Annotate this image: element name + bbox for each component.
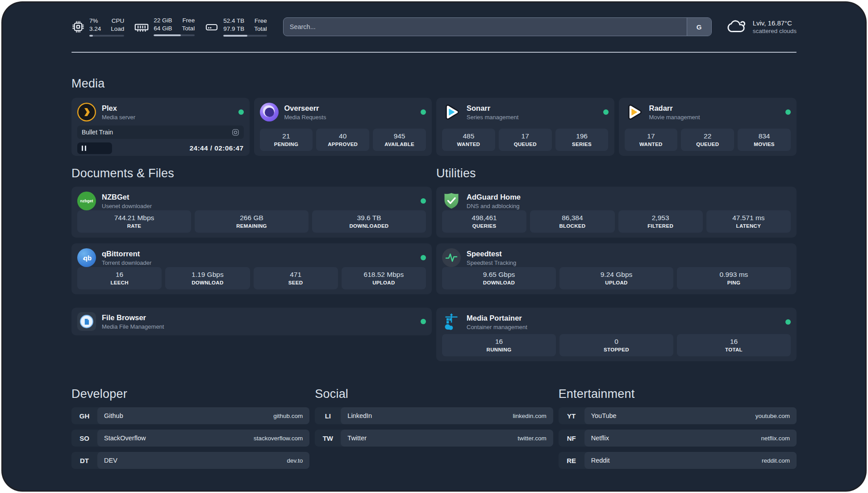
disk-total-value: 97.9 TB [223,25,244,33]
bookmark-abbr: GH [71,407,97,424]
nzbget-icon: nzbget [77,192,96,210]
service-name: Speedtest [467,250,516,258]
memory-widget: 22 GiB 64 GiB Free Total [134,17,195,37]
service-card-nzbget[interactable]: nzbget NZBGet Usenet downloader 744.21 M… [71,187,432,238]
bookmark-name: Reddit [591,457,610,464]
bookmark-netflix[interactable]: NF Netflixnetflix.com [559,430,797,447]
service-name: Media Portainer [467,314,527,322]
stat-box: 9.65 GbpsDOWNLOAD [442,267,556,289]
status-dot [603,109,609,115]
stat-box: 471SEED [254,267,338,289]
bookmark-reddit[interactable]: RE Redditreddit.com [559,452,797,469]
section-title-documents: Documents & Files [71,167,432,180]
service-card-filebrowser[interactable]: File Browser Media File Management [71,308,432,335]
memory-usage-bar [154,34,195,36]
bookmark-abbr: SO [71,430,97,447]
status-dot [421,319,426,324]
service-card-speedtest[interactable]: Speedtest Speedtest Tracking 9.65 GbpsDO… [436,243,797,294]
cloud-icon [727,16,747,38]
bookmark-name: Netflix [591,435,609,442]
bookmark-name: StackOverflow [104,435,146,442]
stat-box: 16RUNNING [442,334,556,356]
bookmark-abbr: DT [71,452,97,469]
service-name: Plex [102,104,135,113]
service-name: Sonarr [467,104,518,113]
bookmark-name: Github [104,412,123,419]
bookmark-url: netflix.com [761,435,790,442]
disc-icon[interactable] [232,129,239,136]
stat-box: 0STOPPED [559,334,673,356]
search-input[interactable] [284,18,687,36]
service-desc: Torrent downloader [102,259,151,266]
bookmark-stackoverflow[interactable]: SO StackOverflowstackoverflow.com [71,430,309,447]
status-dot [785,319,791,325]
disk-widget: 52.4 TB 97.9 TB Free Total [204,17,267,37]
pause-button[interactable] [77,142,112,154]
cpu-widget: 7% 3.24 CPU Load [71,17,124,37]
bookmark-abbr: YT [559,407,584,424]
filebrowser-icon [77,312,96,331]
memory-free-label: Free [182,17,195,24]
service-card-sonarr[interactable]: Sonarr Series management 485WANTED 17QUE… [436,98,614,156]
portainer-icon [442,313,461,331]
bookmark-abbr: NF [559,430,584,447]
weather-widget[interactable]: Lviv, 16.87°C scattered clouds [727,16,797,38]
stat-box: 21PENDING [260,129,313,151]
bookmark-url: reddit.com [762,457,790,464]
header-bar: 7% 3.24 CPU Load [71,14,797,39]
speedtest-icon [442,248,461,267]
bookmark-github[interactable]: GH Githubgithub.com [71,407,309,424]
service-card-radarr[interactable]: Radarr Movie management 17WANTED 22QUEUE… [619,98,797,156]
stat-box: 16TOTAL [677,334,791,356]
memory-icon [134,20,149,37]
bookmark-youtube[interactable]: YT YouTubeyoutube.com [559,407,797,424]
bookmark-dev[interactable]: DT DEVdev.to [71,452,309,469]
stat-box: 40APPROVED [316,129,369,151]
section-title-media: Media [71,77,797,91]
dashboard-window: 7% 3.24 CPU Load [3,3,865,490]
cpu-label: CPU [111,17,124,25]
stat-box: 17QUEUED [499,129,552,151]
section-title-utilities: Utilities [436,167,797,180]
status-dot [421,198,426,204]
stat-box: 47.571 msLATENCY [706,210,791,233]
service-desc: Media File Management [102,323,164,330]
cpu-load-value: 3.24 [89,25,101,33]
service-card-qbittorrent[interactable]: qb qBittorrent Torrent downloader 16LEEC… [71,243,432,294]
bookmark-name: DEV [104,457,117,464]
header-divider [71,52,797,53]
radarr-icon [625,103,643,121]
service-card-plex[interactable]: Plex Media server Bullet Train 24:44 [71,98,250,156]
cpu-percent: 7% [89,17,101,25]
service-desc: Container management [467,324,527,330]
bookmark-linkedin[interactable]: LI LinkedInlinkedin.com [315,407,553,424]
memory-total-label: Total [182,25,195,32]
disk-usage-bar [223,35,267,37]
stat-box: 945AVAILABLE [373,129,426,151]
stat-box: 9.24 GbpsUPLOAD [559,267,673,289]
service-desc: Series management [467,114,518,121]
bookmark-url: github.com [273,413,303,419]
stat-box: 2,953FILTERED [618,210,703,233]
disk-free-label: Free [254,17,267,25]
bookmark-url: youtube.com [755,413,790,419]
service-desc: Movie management [649,114,700,121]
disk-icon [204,20,219,36]
service-desc: Media Requests [284,114,326,121]
service-name: File Browser [102,313,164,322]
service-name: NZBGet [102,193,152,201]
service-card-overseerr[interactable]: Overseerr Media Requests 21PENDING 40APP… [254,98,432,156]
service-desc: Usenet downloader [102,203,152,209]
bookmark-name: YouTube [591,412,617,419]
stat-box: 39.6 TBDOWNLOADED [312,210,426,233]
bookmark-twitter[interactable]: TW Twittertwitter.com [315,430,553,447]
service-name: AdGuard Home [467,193,521,201]
search-bar: G [283,17,712,36]
bookmark-url: dev.to [287,457,303,464]
service-card-portainer[interactable]: Media Portainer Container management 16R… [436,308,797,361]
service-name: Radarr [649,104,700,113]
search-engine-button[interactable]: G [687,18,711,36]
stat-box: 834MOVIES [738,129,791,151]
service-card-adguard[interactable]: AdGuard Home DNS and adblocking 498,461Q… [436,187,797,238]
cpu-usage-bar [89,35,124,37]
